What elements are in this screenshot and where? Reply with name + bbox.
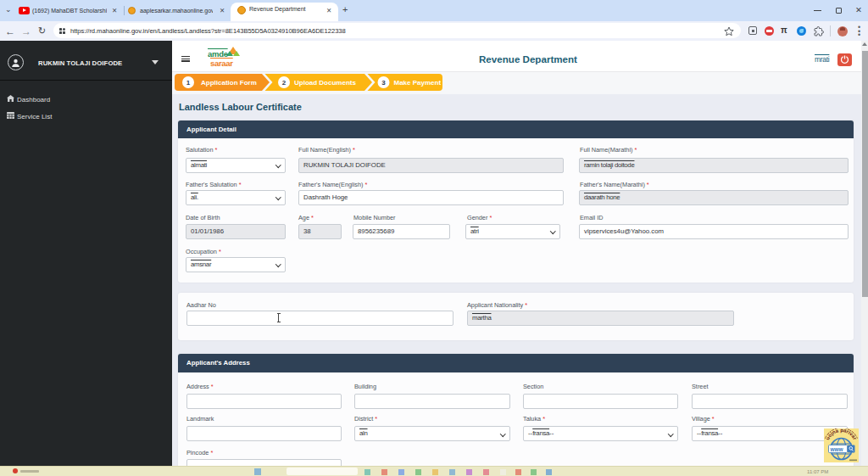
svg-text:1: 1 [186,79,191,87]
svg-text:Upload Documents: Upload Documents [294,79,356,87]
svg-text:2: 2 [282,79,287,87]
svg-text:www: www [830,446,844,452]
svg-text:3: 3 [381,79,386,87]
svg-text:Make Payment: Make Payment [394,79,442,87]
svg-text:Application Form: Application Form [201,79,257,87]
